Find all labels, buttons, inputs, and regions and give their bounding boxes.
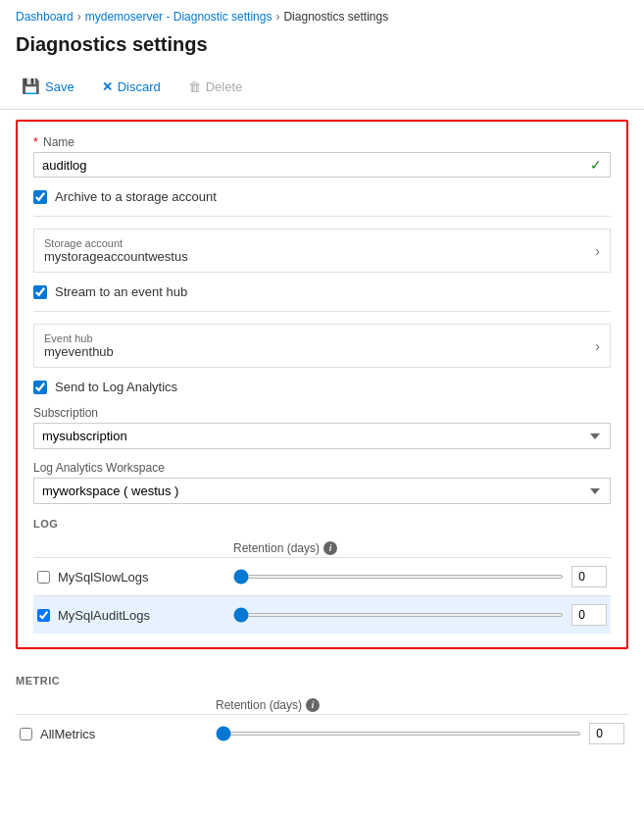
audit-log-slider-wrap xyxy=(233,604,607,626)
divider-1 xyxy=(33,216,611,217)
chevron-right-icon: › xyxy=(595,243,600,259)
metric-section: METRIC Retention (days) i AllMetrics xyxy=(16,649,628,752)
metric-retention-info-icon[interactable]: i xyxy=(306,698,320,712)
toolbar: 💾 Save ✕ Discard 🗑 Delete xyxy=(0,68,644,110)
storage-account-content: Storage account mystorageaccountwestus xyxy=(44,237,188,264)
delete-button[interactable]: 🗑 Delete xyxy=(182,76,249,98)
workspace-select[interactable]: myworkspace ( westus ) xyxy=(33,478,611,504)
save-icon: 💾 xyxy=(22,77,40,95)
log-row-audit: MySqlAuditLogs xyxy=(33,595,611,634)
breadcrumb-dashboard[interactable]: Dashboard xyxy=(16,10,74,24)
archive-checkbox[interactable] xyxy=(33,190,47,204)
log-analytics-checkbox[interactable] xyxy=(33,381,47,394)
name-field-group: * Name ✓ xyxy=(33,135,611,178)
slow-log-checkbox-wrap: MySqlSlowLogs xyxy=(37,570,233,585)
audit-log-retention-input[interactable] xyxy=(571,604,607,626)
subscription-label: Subscription xyxy=(33,406,611,420)
event-hub-label: Event hub xyxy=(44,332,114,344)
stream-event-label[interactable]: Stream to an event hub xyxy=(55,284,187,299)
discard-button[interactable]: ✕ Discard xyxy=(96,76,167,98)
slow-log-slider-wrap xyxy=(233,566,607,587)
breadcrumb-current: Diagnostics settings xyxy=(283,10,388,24)
slow-log-checkbox[interactable] xyxy=(37,571,50,584)
name-input-wrap[interactable]: ✓ xyxy=(33,152,611,178)
page-title: Diagnostics settings xyxy=(0,29,644,68)
log-header-retention: Retention (days) i xyxy=(233,541,607,555)
event-hub-value: myeventhub xyxy=(44,344,114,359)
retention-header-label: Retention (days) xyxy=(233,541,320,555)
breadcrumb-sep1: › xyxy=(77,10,81,24)
save-label: Save xyxy=(45,79,74,94)
slow-log-retention-wrap xyxy=(233,566,607,587)
log-section-header: LOG xyxy=(33,518,611,530)
main-content: * Name ✓ Archive to a storage account St… xyxy=(0,110,644,772)
storage-account-label: Storage account xyxy=(44,237,188,249)
stream-event-checkbox-row: Stream to an event hub xyxy=(33,284,611,299)
breadcrumb: Dashboard › mydemoserver - Diagnostic se… xyxy=(0,0,644,29)
storage-account-selector[interactable]: Storage account mystorageaccountwestus › xyxy=(33,229,611,273)
subscription-select[interactable]: mysubscription xyxy=(33,423,611,449)
all-metrics-retention-wrap xyxy=(216,723,624,744)
all-metrics-checkbox-wrap: AllMetrics xyxy=(20,727,216,741)
name-input[interactable] xyxy=(42,158,590,173)
event-hub-chevron-icon: › xyxy=(595,338,600,354)
slow-log-name[interactable]: MySqlSlowLogs xyxy=(58,570,149,585)
archive-label[interactable]: Archive to a storage account xyxy=(55,189,217,204)
divider-2 xyxy=(33,311,611,312)
retention-info-icon[interactable]: i xyxy=(323,541,337,555)
delete-label: Delete xyxy=(206,79,243,94)
audit-log-slider[interactable] xyxy=(233,613,564,617)
all-metrics-slider-wrap xyxy=(216,723,624,744)
log-row-slow: MySqlSlowLogs xyxy=(33,557,611,595)
breadcrumb-server[interactable]: mydemoserver - Diagnostic settings xyxy=(85,10,272,24)
event-hub-content: Event hub myeventhub xyxy=(44,332,114,359)
audit-log-retention-wrap xyxy=(233,604,607,626)
workspace-dropdown-row: Log Analytics Workspace myworkspace ( we… xyxy=(33,461,611,504)
storage-account-value: mystorageaccountwestus xyxy=(44,249,188,264)
name-label: * Name xyxy=(33,135,611,149)
required-star: * xyxy=(33,135,38,149)
metric-retention-header-label: Retention (days) xyxy=(216,698,302,712)
valid-check-icon: ✓ xyxy=(590,157,602,173)
discard-icon: ✕ xyxy=(102,79,113,94)
workspace-label: Log Analytics Workspace xyxy=(33,461,611,475)
slow-log-retention-input[interactable] xyxy=(571,566,607,587)
audit-log-checkbox-wrap: MySqlAuditLogs xyxy=(37,608,233,623)
discard-label: Discard xyxy=(118,79,161,94)
all-metrics-slider[interactable] xyxy=(216,732,581,736)
audit-log-name[interactable]: MySqlAuditLogs xyxy=(58,608,150,623)
metric-row-all: AllMetrics xyxy=(16,714,628,752)
metric-header-retention: Retention (days) i xyxy=(216,698,624,712)
log-header-row: Retention (days) i xyxy=(33,537,611,557)
all-metrics-name[interactable]: AllMetrics xyxy=(40,727,95,741)
breadcrumb-sep2: › xyxy=(275,10,279,24)
save-button[interactable]: 💾 Save xyxy=(16,74,80,99)
all-metrics-retention-input[interactable] xyxy=(589,723,624,744)
metric-header-row: Retention (days) i xyxy=(16,694,628,714)
metric-section-header: METRIC xyxy=(16,675,628,687)
archive-checkbox-row: Archive to a storage account xyxy=(33,189,611,204)
event-hub-selector[interactable]: Event hub myeventhub › xyxy=(33,324,611,368)
settings-panel: * Name ✓ Archive to a storage account St… xyxy=(16,120,628,649)
all-metrics-checkbox[interactable] xyxy=(20,728,32,740)
slow-log-slider[interactable] xyxy=(233,575,564,579)
subscription-dropdown-row: Subscription mysubscription xyxy=(33,406,611,449)
delete-icon: 🗑 xyxy=(188,79,201,94)
log-analytics-label[interactable]: Send to Log Analytics xyxy=(55,380,177,394)
log-analytics-checkbox-row: Send to Log Analytics xyxy=(33,380,611,394)
audit-log-checkbox[interactable] xyxy=(37,609,50,622)
stream-event-checkbox[interactable] xyxy=(33,285,47,299)
